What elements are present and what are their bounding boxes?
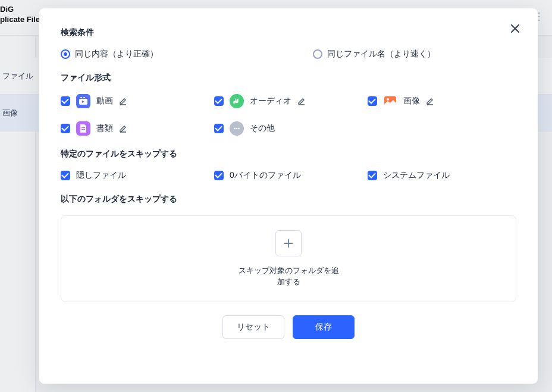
svg-rect-3: [83, 97, 85, 98]
radio-dot-icon: [313, 49, 322, 59]
checkbox-image[interactable]: [368, 96, 377, 106]
add-folder-button[interactable]: [275, 230, 302, 256]
skip-item-hidden: 隠しファイル: [61, 170, 209, 181]
svg-point-7: [387, 98, 389, 101]
svg-point-13: [236, 128, 238, 130]
svg-rect-9: [81, 127, 85, 128]
checkbox-document[interactable]: [61, 124, 70, 133]
dropzone-label: スキップ対象のフォルダを追加する: [238, 265, 339, 288]
skip-label: 0バイトのファイル: [230, 170, 301, 181]
checkbox-audio[interactable]: [214, 96, 224, 106]
document-icon: [76, 121, 90, 136]
skip-folder-dropzone[interactable]: スキップ対象のフォルダを追加する: [61, 215, 516, 302]
action-row: リセット 保存: [61, 315, 516, 339]
section-title-filetype: ファイル形式: [61, 73, 516, 83]
filetype-item-image: 画像: [368, 94, 516, 108]
filetype-item-document: 書類: [61, 121, 209, 136]
edit-icon[interactable]: [119, 124, 127, 133]
skip-label: 隠しファイル: [76, 170, 126, 181]
filetype-label: 書類: [96, 123, 113, 134]
reset-button[interactable]: リセット: [222, 315, 284, 339]
section-title-skipfolders: 以下のフォルダをスキップする: [61, 194, 516, 205]
search-radio-group: 同じ内容（より正確） 同じファイル名（より速く）: [61, 49, 516, 59]
svg-rect-2: [80, 97, 82, 98]
filetype-label: 画像: [403, 96, 420, 106]
checkbox-system-files[interactable]: [368, 171, 377, 180]
radio-same-filename[interactable]: 同じファイル名（より速く）: [313, 49, 435, 59]
svg-rect-10: [81, 129, 85, 130]
audio-icon: [230, 94, 244, 108]
filetype-label: オーディオ: [250, 96, 291, 106]
plus-icon: [282, 237, 295, 250]
filetype-label: 動画: [96, 96, 113, 106]
section-title-search: 検索条件: [61, 27, 516, 38]
edit-icon[interactable]: [297, 97, 306, 105]
edit-icon[interactable]: [119, 97, 127, 105]
checkbox-zero-byte[interactable]: [214, 171, 224, 180]
video-icon: [76, 94, 90, 108]
svg-point-14: [238, 128, 240, 130]
radio-dot-icon: [61, 49, 70, 59]
skip-item-zerobyte: 0バイトのファイル: [214, 170, 363, 181]
filetype-label: その他: [250, 123, 275, 134]
skipfiles-grid: 隠しファイル 0バイトのファイル システムファイル: [61, 170, 516, 181]
skip-item-system: システムファイル: [368, 170, 516, 181]
radio-label: 同じ内容（より正確）: [75, 49, 158, 59]
close-icon: [510, 24, 520, 33]
filetype-grid: 動画 オーディオ 画像: [61, 94, 516, 136]
settings-modal: 検索条件 同じ内容（より正確） 同じファイル名（より速く） ファイル形式 動画: [39, 8, 538, 384]
filetype-item-video: 動画: [61, 94, 209, 108]
filetype-item-other: その他: [214, 121, 363, 136]
radio-same-content[interactable]: 同じ内容（より正確）: [61, 49, 158, 59]
checkbox-video[interactable]: [61, 96, 70, 106]
radio-label: 同じファイル名（より速く）: [327, 49, 435, 59]
other-icon: [230, 121, 244, 136]
filetype-item-audio: オーディオ: [214, 94, 363, 108]
checkbox-hidden-files[interactable]: [61, 171, 70, 180]
edit-icon[interactable]: [426, 97, 434, 105]
checkbox-other[interactable]: [214, 124, 224, 133]
close-button[interactable]: [509, 23, 521, 35]
image-icon: [383, 94, 397, 108]
section-title-skipfiles: 特定のファイルをスキップする: [61, 149, 516, 159]
svg-point-12: [234, 128, 236, 130]
save-button[interactable]: 保存: [293, 315, 355, 339]
skip-label: システムファイル: [383, 170, 450, 181]
